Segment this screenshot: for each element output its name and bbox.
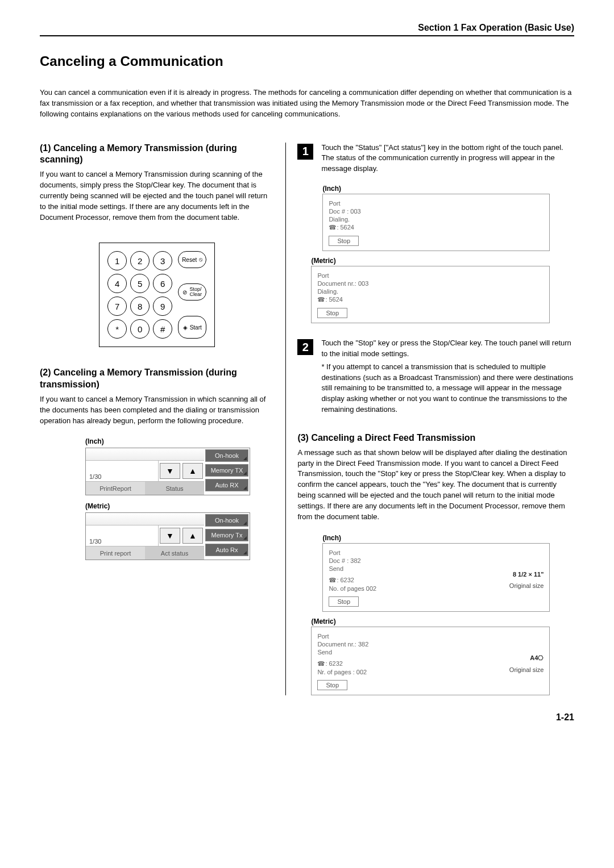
- auto-rx-key: Auto RX: [205, 479, 248, 491]
- key-5: 5: [130, 274, 150, 293]
- act-status-key: Act status: [145, 546, 204, 560]
- memory-tx-key: Memory TX: [205, 464, 248, 477]
- panel-size: A4⎔: [509, 654, 544, 662]
- metric-label-3: (Metric): [311, 617, 574, 625]
- step-number-2: 2: [297, 339, 313, 355]
- on-hook-key: On-hook: [205, 449, 248, 462]
- step2-note: * If you attempt to cancel a transmissio…: [321, 362, 574, 415]
- key-6: 6: [153, 274, 172, 293]
- key-3: 3: [153, 251, 172, 270]
- panel-port: Port: [329, 200, 544, 207]
- print-report-key: PrintReport: [86, 481, 145, 495]
- panel-doc: Document nr.: 003: [317, 280, 544, 287]
- status-panel-inch: Port Doc # : 003 Dialing. ☎: 5624 Stop: [322, 194, 550, 251]
- sec1-body: If you want to cancel a Memory Transmiss…: [40, 169, 274, 223]
- lcd-metric: 1/30 ▼ ▲ Print report Act status On-hook…: [85, 512, 250, 560]
- sec3-heading: (3) Canceling a Direct Feed Transmission: [297, 432, 574, 444]
- on-hook-key: On-hook: [205, 514, 248, 527]
- panel-doc: Doc # : 003: [329, 208, 544, 215]
- panel-size-label: Original size: [509, 666, 544, 673]
- left-column: (1) Canceling a Memory Transmission (dur…: [40, 143, 285, 695]
- intro-text: You can cancel a communication even if i…: [40, 87, 574, 120]
- sec3-body: A message such as that shown below will …: [297, 448, 574, 523]
- right-column: 1 Touch the "Status" ["Act status"] key …: [285, 143, 574, 695]
- up-arrow-icon: ▲: [182, 528, 203, 544]
- start-key: ◈Start: [178, 316, 206, 339]
- inch-label-3: (Inch): [322, 534, 574, 542]
- status-key: Status: [145, 481, 204, 495]
- key-7: 7: [107, 297, 127, 316]
- send-panel-inch: 8 1/2 × 11" Original size Port Doc # : 3…: [322, 543, 550, 612]
- metric-label-1: (Metric): [85, 502, 274, 510]
- panel-dialing: Dialing.: [317, 288, 544, 295]
- keypad-illustration: 1 2 3 4 5 6 7 8 9 * 0 # Reset⦸ ⊘Stop/ Cl…: [99, 243, 215, 347]
- reset-key: Reset⦸: [178, 251, 206, 268]
- status-panel-metric: Port Document nr.: 003 Dialing. ☎: 5624 …: [311, 266, 550, 323]
- step2-text: Touch the "Stop" key or press the Stop/C…: [321, 338, 574, 360]
- step1-text-a: Touch the "Status" ["Act status"] key in…: [321, 143, 574, 153]
- stop-button: Stop: [317, 680, 347, 690]
- section-header: Section 1 Fax Operation (Basic Use): [40, 23, 574, 36]
- stop-clear-label: Stop/ Clear: [189, 287, 202, 297]
- key-2: 2: [130, 251, 150, 270]
- step-number-1: 1: [297, 144, 313, 160]
- key-4: 4: [107, 274, 127, 293]
- print-report-key: Print report: [86, 546, 145, 560]
- panel-port: Port: [317, 272, 544, 279]
- stop-button: Stop: [317, 308, 347, 318]
- lcd-inch: 1/30 ▼ ▲ PrintReport Status On-hook Memo…: [85, 448, 250, 495]
- key-1: 1: [107, 251, 127, 270]
- key-star: *: [107, 319, 127, 339]
- up-arrow-icon: ▲: [182, 463, 203, 479]
- stop-clear-key: ⊘Stop/ Clear: [178, 283, 206, 301]
- metric-label-2: (Metric): [311, 257, 574, 265]
- key-9: 9: [153, 297, 172, 316]
- page-title: Canceling a Communication: [40, 53, 574, 69]
- panel-phone: ☎: 5624: [317, 296, 544, 303]
- sec2-heading: (2) Canceling a Memory Transmission (dur…: [40, 367, 274, 391]
- memory-tx-key: Memory Tx: [205, 529, 248, 541]
- key-8: 8: [130, 297, 150, 316]
- down-arrow-icon: ▼: [160, 528, 180, 544]
- panel-dialing: Dialing.: [329, 216, 544, 223]
- auto-rx-key: Auto Rx: [205, 544, 248, 556]
- sec2-body: If you want to cancel a Memory Transmiss…: [40, 394, 274, 427]
- sec1-heading: (1) Canceling a Memory Transmission (dur…: [40, 143, 274, 166]
- reset-icon: ⦸: [199, 256, 202, 263]
- stop-button: Stop: [329, 596, 359, 607]
- page-number: 1-21: [40, 712, 574, 723]
- panel-phone: ☎: 5624: [329, 224, 544, 231]
- lcd-pages: 1/30: [86, 461, 159, 481]
- panel-size: 8 1/2 × 11": [509, 571, 544, 578]
- inch-label-2: (Inch): [322, 185, 574, 193]
- start-icon: ◈: [183, 324, 188, 331]
- inch-label-1: (Inch): [85, 437, 274, 445]
- start-label: Start: [190, 324, 202, 331]
- reset-label: Reset: [182, 257, 197, 263]
- send-panel-metric: A4⎔ Original size Port Document nr.: 382…: [311, 627, 550, 695]
- down-arrow-icon: ▼: [160, 463, 180, 479]
- step1-text-b: The status of the communication currentl…: [321, 153, 574, 174]
- panel-size-label: Original size: [509, 582, 544, 589]
- stop-clear-icon: ⊘: [182, 289, 187, 295]
- key-0: 0: [130, 319, 150, 339]
- key-hash: #: [153, 319, 172, 339]
- stop-button: Stop: [329, 236, 359, 246]
- lcd-pages-m: 1/30: [86, 525, 159, 546]
